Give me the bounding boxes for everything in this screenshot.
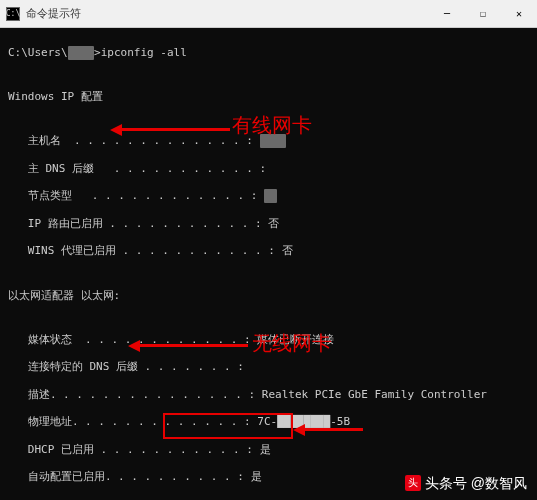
cmd-icon: C:\ (6, 7, 20, 21)
prompt-cmd: >ipconfig -all (94, 46, 187, 60)
prompt-path: C:\Users\ (8, 46, 68, 60)
watermark: 头 头条号 @数智风 (405, 475, 527, 493)
heading-winip: Windows IP 配置 (8, 90, 529, 104)
annotation-wired: 有线网卡 (232, 113, 312, 138)
watermark-icon: 头 (405, 475, 421, 491)
window-titlebar: C:\ 命令提示符 ─ ☐ ✕ (0, 0, 537, 28)
heading-eth: 以太网适配器 以太网: (8, 289, 529, 303)
annotation-wireless: 无线网卡 (252, 331, 332, 356)
terminal-output: C:\Users\████>ipconfig -all Windows IP 配… (0, 28, 537, 500)
window-title: 命令提示符 (26, 6, 81, 21)
prompt-user: ████ (68, 46, 95, 60)
maximize-button[interactable]: ☐ (465, 0, 501, 28)
close-button[interactable]: ✕ (501, 0, 537, 28)
minimize-button[interactable]: ─ (429, 0, 465, 28)
ip-highlight-box (163, 413, 293, 439)
